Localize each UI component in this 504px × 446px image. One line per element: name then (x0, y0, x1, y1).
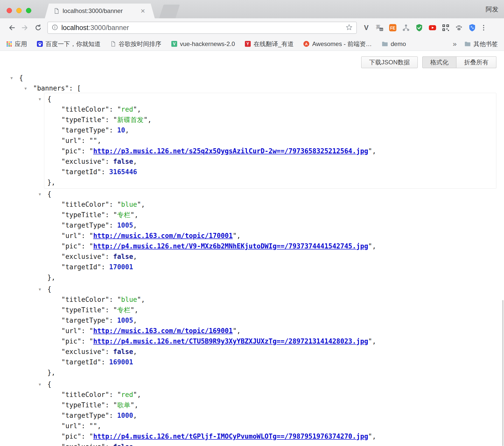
json-key: targetType (65, 221, 105, 229)
translate-icon[interactable]: 英en (375, 23, 384, 33)
json-token: : (105, 306, 113, 314)
tab-close-icon[interactable]: × (139, 7, 146, 15)
json-token: " (61, 296, 65, 303)
bookmark-item[interactable]: 谷歌按时间排序 (110, 40, 161, 48)
json-token: , (133, 158, 137, 165)
json-key: titleColor (65, 391, 105, 398)
json-token: " (61, 391, 65, 398)
json-number-value: 1005 (117, 317, 133, 324)
json-line: ▼{ (19, 73, 496, 83)
scrollbar-thumb[interactable] (502, 300, 503, 446)
json-token: : (109, 106, 117, 113)
youtube-icon[interactable] (428, 23, 437, 33)
json-token: " (89, 422, 93, 430)
bookmark-item[interactable]: 百度一下，你就知道 (37, 40, 101, 48)
bookmark-label: 在线翻译_有道 (254, 40, 293, 48)
json-token: , (134, 306, 138, 314)
folder-icon (382, 41, 388, 47)
window-controls (7, 8, 31, 13)
json-token: " (61, 412, 65, 419)
json-url-link[interactable]: http://music.163.com/m/topic/169001 (93, 327, 233, 335)
address-bar[interactable]: localhost:3000/banner (47, 22, 357, 34)
json-line: ▼{ (47, 284, 496, 294)
json-token: " (130, 211, 134, 219)
reload-button[interactable] (32, 21, 45, 34)
json-token: : (109, 221, 117, 229)
close-window-button[interactable] (7, 8, 12, 13)
profile-name[interactable]: 阿发 (486, 0, 498, 18)
json-token: " (61, 306, 65, 314)
other-bookmarks-folder[interactable]: 其他书签 (464, 40, 498, 48)
bookmark-item[interactable]: 应用 (6, 40, 27, 48)
green-shield-icon[interactable] (414, 23, 424, 33)
json-line: }, (47, 367, 496, 378)
collapse-toggle-icon[interactable]: ▼ (24, 83, 27, 94)
json-url-link[interactable]: http://p3.music.126.net/s25q2x5QygsAzilC… (93, 147, 368, 155)
new-tab-button[interactable] (159, 5, 180, 18)
json-token: : (105, 348, 113, 355)
json-token: , (133, 412, 137, 419)
collapse-toggle-icon[interactable]: ▼ (39, 94, 41, 105)
forward-button[interactable] (18, 21, 32, 34)
blue-shield-icon[interactable] (467, 23, 477, 33)
json-url-link[interactable]: http://p4.music.126.net/V9-MXz6b2MNhEKju… (93, 242, 368, 250)
json-key: url (65, 232, 77, 240)
json-token: " (117, 296, 121, 303)
json-indent-block: ▼{"titleColor": "red","typeTitle": "新碟首发… (47, 93, 496, 446)
org-icon[interactable] (401, 23, 411, 33)
bookmark-item[interactable]: demo (382, 40, 406, 48)
json-token: : (105, 401, 113, 409)
json-token: : (109, 201, 117, 208)
json-url-link[interactable]: http://p4.music.126.net/tGPljf-IMOCyPvum… (93, 433, 368, 440)
json-token: " (61, 201, 65, 208)
download-json-button[interactable]: 下载JSON数据 (361, 56, 418, 68)
page-content: 下载JSON数据 格式化 折叠所有 ▼{▼"banners": [▼{"titl… (0, 51, 504, 446)
browser-menu-icon[interactable] (477, 21, 490, 34)
json-url-link[interactable]: http://music.163.com/m/topic/170001 (93, 232, 233, 240)
format-button[interactable]: 格式化 (422, 56, 456, 68)
json-token: " (61, 116, 65, 124)
json-line: "pic": "http://p3.music.126.net/s25q2x5Q… (61, 146, 496, 156)
json-token: : (109, 317, 117, 324)
fehelper-icon[interactable]: FE (388, 23, 398, 33)
url-text[interactable]: localhost:3000/banner (61, 24, 342, 32)
json-token: " (61, 348, 65, 355)
collapse-toggle-icon[interactable]: ▼ (39, 189, 41, 200)
back-button[interactable] (5, 21, 18, 34)
collapse-toggle-icon[interactable]: ▼ (39, 284, 41, 295)
json-token: " (101, 211, 105, 219)
json-token: " (105, 201, 109, 208)
json-url-link[interactable]: http://p4.music.126.net/CTU5B9R9y3XyYBZX… (93, 337, 368, 345)
json-token: " (89, 337, 93, 345)
collapse-all-button[interactable]: 折叠所有 (456, 56, 496, 68)
json-token: " (105, 391, 109, 398)
collapse-toggle-icon[interactable]: ▼ (10, 73, 13, 83)
json-token: " (97, 263, 101, 271)
maximize-window-button[interactable] (26, 8, 31, 13)
json-key: exclusive (65, 443, 101, 446)
json-key: targetId (65, 168, 97, 176)
bookmark-item[interactable]: AAwesomes - 前端资… (303, 40, 372, 48)
json-token: " (89, 327, 93, 335)
json-object-block: ▼{"titleColor": "red","typeTitle": "新碟首发… (44, 93, 496, 189)
json-line: "exclusive": false, (61, 156, 496, 167)
bookmarks-overflow-chevron[interactable]: » (453, 40, 457, 48)
minimize-window-button[interactable] (16, 8, 22, 13)
json-token: , (134, 401, 138, 409)
bookmark-item[interactable]: Vvue-hackernews-2.0 (171, 40, 235, 48)
bookmark-label: 谷歌按时间排序 (119, 40, 161, 48)
qrcode-icon[interactable] (441, 23, 451, 33)
json-token: " (89, 242, 93, 250)
bookmark-item[interactable]: Y在线翻译_有道 (245, 40, 293, 48)
paw-icon[interactable] (454, 23, 464, 33)
json-token: : (81, 422, 89, 430)
vimium-icon[interactable]: V (361, 23, 371, 33)
json-indent-block: "titleColor": "red","typeTitle": "歌单","t… (61, 390, 496, 446)
extensions-area: V英enFE (361, 23, 477, 33)
bookmark-star-icon[interactable] (345, 24, 353, 32)
browser-tab[interactable]: localhost:3000/banner × (45, 4, 155, 18)
page-info-icon[interactable] (51, 24, 58, 32)
json-line: }, (47, 177, 496, 188)
json-token: }, (47, 179, 55, 186)
collapse-toggle-icon[interactable]: ▼ (39, 379, 41, 390)
